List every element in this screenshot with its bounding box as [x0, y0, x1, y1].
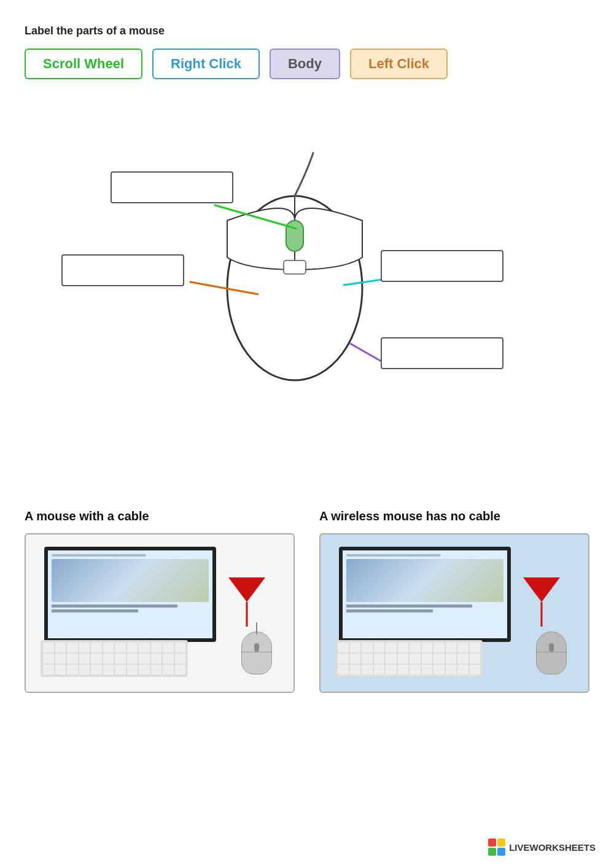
key [91, 654, 102, 663]
screen-text-lines [346, 604, 503, 612]
key [139, 643, 150, 652]
key [386, 665, 397, 674]
chip-right-click[interactable]: Right Click [152, 49, 260, 79]
key [43, 665, 54, 674]
wired-mouse-image [25, 533, 295, 693]
key [398, 665, 409, 674]
key [91, 643, 102, 652]
key [163, 654, 174, 663]
screen-line-1 [346, 554, 441, 557]
key [103, 654, 114, 663]
key [386, 643, 397, 652]
mouse-device-body [241, 631, 272, 674]
svg-point-0 [227, 196, 362, 380]
wireless-monitor-screen [343, 550, 507, 638]
wireless-mouse-image [319, 533, 589, 693]
key [55, 643, 66, 652]
wireless-mouse-section: A wireless mouse has no cable [319, 509, 589, 693]
diagram-area [31, 98, 583, 479]
logo-sq-red [488, 839, 496, 846]
key [470, 643, 481, 652]
key [457, 665, 468, 674]
logo-text: LIVEWORKSHEETS [509, 842, 596, 853]
logo-sq-green [488, 848, 496, 856]
wired-mouse-title: A mouse with a cable [25, 509, 295, 523]
key [139, 665, 150, 674]
drop-box-right-bottom[interactable] [381, 337, 503, 369]
key [338, 665, 349, 674]
key [127, 665, 138, 674]
wired-mouse-device [238, 631, 275, 681]
key [362, 643, 373, 652]
chip-left-click[interactable]: Left Click [350, 49, 448, 79]
wireless-scroll-wheel [549, 643, 554, 652]
text-line-1 [52, 604, 177, 608]
key [175, 665, 186, 674]
screen-text-lines [52, 604, 209, 612]
key [103, 643, 114, 652]
drop-box-top[interactable] [111, 171, 233, 203]
wireless-mouse-device [533, 631, 570, 681]
wired-keyboard [41, 640, 188, 677]
key [127, 643, 138, 652]
bottom-section: A mouse with a cable [25, 509, 589, 693]
key [175, 643, 186, 652]
mouse-button-line [242, 652, 271, 652]
key [362, 665, 373, 674]
key [433, 643, 445, 652]
key [350, 654, 361, 663]
key [115, 654, 126, 663]
wireless-mouse-body [536, 631, 567, 674]
key [55, 654, 66, 663]
key [127, 654, 138, 663]
logo-sq-blue [497, 848, 505, 856]
key [91, 665, 102, 674]
wireless-button-line [537, 652, 566, 652]
wireless-monitor [339, 547, 511, 642]
logo-sq-yellow [497, 839, 505, 846]
key [67, 665, 78, 674]
wired-computer-illustration [26, 534, 293, 692]
key [79, 665, 90, 674]
label-chips-container: Scroll Wheel Right Click Body Left Click [25, 49, 589, 79]
key [79, 654, 90, 663]
key [446, 665, 457, 674]
key [338, 643, 349, 652]
logo-squares [488, 839, 505, 856]
text-line-1 [346, 604, 472, 608]
wired-monitor [44, 547, 216, 642]
chip-scroll-wheel[interactable]: Scroll Wheel [25, 49, 142, 79]
key [457, 654, 468, 663]
svg-line-4 [215, 205, 296, 229]
key [457, 643, 468, 652]
screen-image [52, 559, 209, 602]
key [374, 643, 385, 652]
wired-arrow [228, 577, 265, 627]
key [163, 643, 174, 652]
key [67, 654, 78, 663]
key [433, 654, 445, 663]
key [139, 654, 150, 663]
chip-body[interactable]: Body [270, 49, 340, 79]
key [398, 654, 409, 663]
text-line-2 [346, 609, 433, 612]
wired-mouse-section: A mouse with a cable [25, 509, 295, 693]
wireless-arrow [523, 577, 560, 627]
key [398, 643, 409, 652]
key [433, 665, 445, 674]
wireless-mouse-title: A wireless mouse has no cable [319, 509, 589, 523]
svg-marker-10 [523, 577, 560, 602]
key [103, 665, 114, 674]
key [470, 654, 481, 663]
key [362, 654, 373, 663]
key [422, 643, 433, 652]
key [151, 665, 162, 674]
key [163, 665, 174, 674]
key [350, 665, 361, 674]
key [151, 643, 162, 652]
drop-box-right-top[interactable] [381, 250, 503, 282]
key [338, 654, 349, 663]
drop-box-left[interactable] [61, 254, 184, 286]
key [446, 654, 457, 663]
svg-rect-2 [286, 221, 303, 251]
